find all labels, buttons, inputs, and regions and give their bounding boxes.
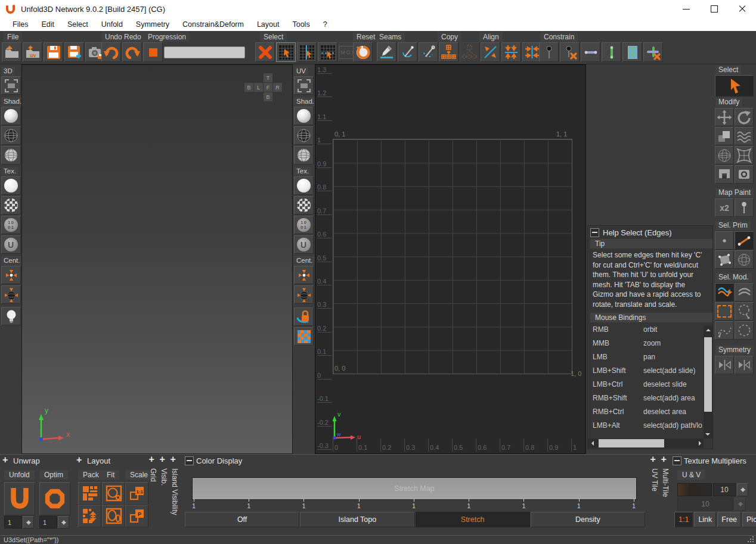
3d-light-button[interactable] — [1, 307, 21, 325]
collapse-panel-icon[interactable] — [590, 228, 599, 237]
uv-shaded-wireframe-button[interactable] — [294, 146, 314, 164]
3d-center-selection-button[interactable] — [1, 285, 21, 304]
3d-tex-checker-button[interactable] — [1, 196, 21, 215]
scale-button[interactable] — [715, 127, 734, 145]
maximize-button[interactable] — [700, 0, 728, 18]
3d-tex-none-button[interactable] — [1, 176, 21, 195]
spin-down-icon[interactable] — [26, 522, 31, 527]
3d-wireframe-button[interactable] — [1, 126, 21, 145]
unfold-iterations-value[interactable]: 1 — [4, 516, 22, 529]
optimize-button[interactable] — [39, 482, 70, 515]
constrain-grid-button[interactable] — [622, 42, 642, 62]
select-edges-button[interactable] — [735, 231, 754, 250]
view-top-button[interactable]: T — [264, 73, 272, 82]
optim-iterations-value[interactable]: 1 — [39, 516, 57, 529]
uv-tex-none-button[interactable] — [294, 176, 314, 195]
clamp-button[interactable] — [715, 165, 734, 184]
uv-lock-rotation-button[interactable] — [294, 307, 314, 326]
viewport-3d[interactable]: T B L F R B y x — [21, 64, 293, 454]
stop-button[interactable] — [143, 42, 163, 62]
select-points-button[interactable] — [715, 231, 734, 250]
path-select-button[interactable] — [715, 321, 734, 340]
pinch-button[interactable] — [735, 146, 754, 164]
view-right-button[interactable]: R — [273, 83, 282, 92]
multi-tile-strip[interactable]: Multi-Tile — [661, 456, 670, 534]
expand-icon[interactable] — [149, 456, 157, 465]
expand-icon[interactable] — [650, 456, 659, 465]
menu-item[interactable]: ? — [317, 20, 334, 29]
pack-move-button[interactable] — [78, 505, 101, 527]
scroll-down-icon[interactable] — [705, 433, 710, 438]
vertical-scroll-thumb[interactable] — [704, 337, 712, 412]
copy-symmetric-button[interactable] — [460, 42, 479, 62]
3d-tex-numbers-button[interactable]: 1001 — [1, 216, 21, 234]
copy-uvs-button[interactable] — [439, 42, 458, 62]
deselect-all-button[interactable] — [255, 42, 275, 62]
mode-free-button[interactable]: Free — [717, 512, 741, 527]
view-front-button[interactable]: F — [264, 83, 272, 92]
uv-tex-custom-button[interactable]: U — [294, 235, 314, 254]
slide-select-button[interactable] — [715, 283, 734, 301]
cut-seam-button[interactable] — [377, 42, 396, 62]
menu-item[interactable]: Layout — [250, 20, 286, 29]
vertical-scrollbar[interactable] — [704, 325, 712, 439]
resize-grip-icon[interactable] — [748, 536, 754, 542]
uv-checker-display-button[interactable] — [294, 327, 314, 346]
expand-icon[interactable] — [661, 456, 670, 465]
align-horizontal-line-button[interactable] — [501, 42, 521, 62]
scale-1to1-button[interactable]: 1:1 — [125, 482, 148, 505]
select-polygons-button[interactable] — [715, 250, 734, 269]
fit-alt-button[interactable] — [102, 505, 125, 527]
save-button[interactable] — [44, 42, 63, 62]
weld-cut-seam-button[interactable] — [419, 42, 438, 62]
uv-tex-checker-button[interactable] — [294, 196, 314, 215]
select-tool-button[interactable] — [276, 42, 296, 62]
mode-link-button[interactable]: Link — [694, 512, 716, 527]
spin-down-icon[interactable] — [740, 489, 745, 495]
3d-shaded-wireframe-button[interactable] — [1, 146, 21, 164]
pin-button[interactable] — [539, 42, 559, 62]
uv-center-selection-button[interactable] — [294, 285, 314, 304]
u-multiplier-stepper[interactable] — [737, 483, 748, 496]
fit-view-3d-button[interactable] — [1, 76, 21, 95]
scale-pic-button[interactable]: P — [125, 505, 148, 527]
deform-button[interactable] — [735, 127, 754, 145]
weld-seam-button[interactable] — [398, 42, 417, 62]
tab-off[interactable]: Off — [185, 512, 299, 527]
unpin-button[interactable] — [560, 42, 580, 62]
align-diagonal-button[interactable] — [481, 42, 500, 62]
arc-select-button[interactable] — [735, 283, 754, 301]
close-button[interactable] — [728, 0, 756, 18]
uv-tex-numbers-button[interactable]: 1001 — [294, 216, 314, 234]
redo-button[interactable] — [122, 42, 142, 62]
remove-constraints-button[interactable] — [643, 42, 663, 62]
select-area-button[interactable] — [318, 42, 337, 62]
optim-iterations-stepper[interactable] — [58, 516, 69, 529]
scroll-left-icon[interactable] — [589, 441, 594, 446]
sphere-deform-button[interactable] — [715, 146, 734, 164]
expand-icon[interactable] — [171, 456, 179, 465]
uv-center-point-button[interactable] — [294, 266, 314, 284]
select-islands-button[interactable] — [735, 250, 754, 269]
save-as-button[interactable] — [64, 42, 84, 62]
reset-button[interactable] — [353, 42, 373, 62]
scroll-up-icon[interactable] — [706, 327, 711, 331]
rotate-button[interactable] — [735, 108, 754, 126]
tab-stretch[interactable]: Stretch — [416, 512, 530, 527]
menu-item[interactable]: Constrain&Deform — [176, 20, 250, 29]
expand-icon[interactable] — [2, 457, 11, 465]
clamp-ring-button[interactable] — [735, 165, 754, 184]
tab-density[interactable]: Density — [531, 512, 645, 527]
3d-tex-custom-button[interactable]: U — [1, 235, 21, 254]
collapse-panel-icon[interactable] — [185, 456, 194, 465]
circle-select-button[interactable] — [735, 321, 754, 340]
3d-shaded-button[interactable] — [1, 107, 21, 125]
x2-button[interactable]: x2 — [715, 198, 734, 217]
spin-down-icon[interactable] — [61, 522, 66, 527]
paint-pin-button[interactable] — [735, 198, 754, 217]
viewport-uv[interactable]: 0, 1 1, 1 0, 0 1, 0 1.31.21.110.90.80.70… — [315, 64, 586, 454]
fit-view-uv-button[interactable] — [294, 76, 314, 95]
move-button[interactable] — [715, 108, 734, 126]
expand-icon[interactable] — [160, 456, 168, 465]
select-edge-loop-button[interactable] — [297, 42, 317, 62]
